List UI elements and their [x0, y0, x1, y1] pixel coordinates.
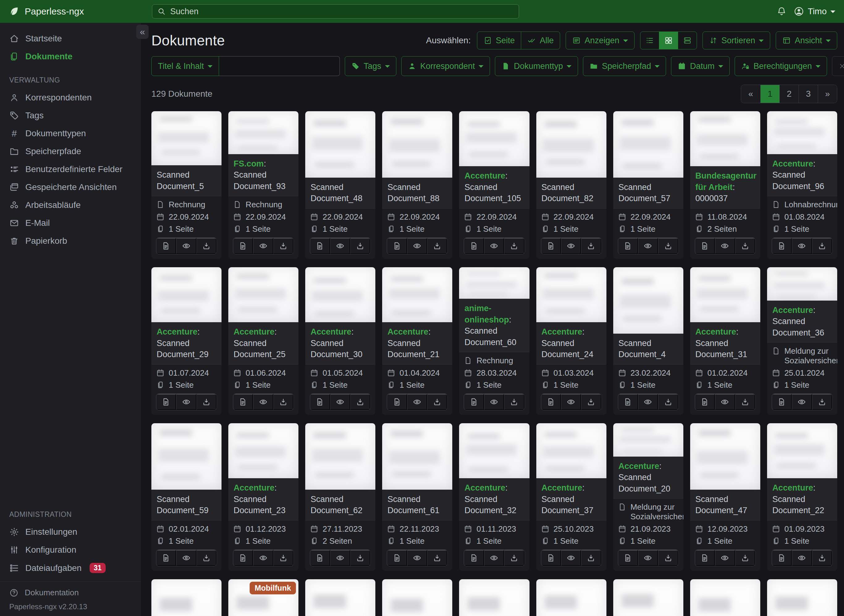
- preview-document-button[interactable]: [638, 238, 658, 254]
- document-card[interactable]: Accenture: Scanned Document_20Meldung zu…: [613, 423, 683, 571]
- preview-document-button[interactable]: [715, 238, 735, 254]
- document-thumbnail[interactable]: [459, 423, 529, 478]
- page-1[interactable]: 1: [760, 85, 780, 103]
- preview-document-button[interactable]: [253, 550, 273, 566]
- edit-document-button[interactable]: [387, 238, 407, 254]
- sidebar-item-dokumenttypen[interactable]: #Dokumenttypen: [0, 125, 141, 142]
- edit-document-button[interactable]: [310, 394, 330, 410]
- document-title[interactable]: Scanned Document_57: [613, 177, 683, 208]
- filter-field-dropdown-button[interactable]: Titel & Inhalt: [151, 56, 219, 76]
- document-thumbnail[interactable]: [305, 423, 375, 490]
- download-document-button[interactable]: [273, 394, 293, 410]
- document-title[interactable]: Accenture: Scanned Document_37: [536, 478, 607, 520]
- reset-filters-button[interactable]: Filter zurücksetzen: [832, 56, 844, 76]
- preview-document-button[interactable]: [561, 238, 581, 254]
- edit-document-button[interactable]: [310, 238, 330, 254]
- document-thumbnail[interactable]: [536, 111, 607, 177]
- edit-document-button[interactable]: [695, 394, 715, 410]
- download-document-button[interactable]: [504, 394, 524, 410]
- document-correspondent[interactable]: Accenture: [387, 327, 428, 336]
- download-document-button[interactable]: [581, 550, 601, 566]
- document-title[interactable]: Scanned Document_47: [690, 490, 760, 521]
- grid-view-button[interactable]: [659, 32, 678, 50]
- document-title[interactable]: Accenture: Scanned Document_25: [228, 322, 299, 364]
- sidebar-item-dateiaufgaben[interactable]: Dateiaufgaben31: [0, 559, 141, 577]
- document-thumbnail[interactable]: Mobilfunk: [228, 579, 299, 616]
- preview-document-button[interactable]: [484, 550, 504, 566]
- document-thumbnail[interactable]: [459, 111, 529, 166]
- search-input[interactable]: [170, 7, 514, 16]
- document-title[interactable]: Scanned Document_62: [305, 490, 375, 521]
- document-correspondent[interactable]: Accenture: [772, 159, 813, 169]
- document-card[interactable]: Accenture: Scanned Document_36Meldung zu…: [767, 267, 837, 415]
- document-title[interactable]: Accenture: Scanned Document_31: [690, 322, 760, 364]
- download-document-button[interactable]: [658, 394, 678, 410]
- document-correspondent[interactable]: Accenture: [618, 462, 659, 471]
- sort-dropdown-button[interactable]: Sortieren: [702, 32, 771, 50]
- document-thumbnail[interactable]: [767, 423, 837, 478]
- document-title[interactable]: Accenture: Scanned Document_23: [228, 478, 299, 520]
- sidebar-item-korrespondenten[interactable]: Korrespondenten: [0, 89, 141, 107]
- document-title[interactable]: Scanned Document_4: [613, 334, 683, 365]
- edit-document-button[interactable]: [310, 550, 330, 566]
- download-document-button[interactable]: [350, 238, 371, 254]
- document-title[interactable]: Bundesagentur für Arbeit: 0000037: [690, 166, 760, 208]
- document-thumbnail[interactable]: [536, 579, 607, 616]
- preview-document-button[interactable]: [792, 238, 812, 254]
- document-thumbnail[interactable]: [228, 423, 299, 478]
- preview-document-button[interactable]: [330, 238, 350, 254]
- document-correspondent[interactable]: Accenture: [157, 327, 198, 336]
- document-card-partial[interactable]: [690, 579, 760, 616]
- document-card-partial[interactable]: [151, 579, 221, 616]
- download-document-button[interactable]: [812, 394, 832, 410]
- download-document-button[interactable]: [427, 394, 447, 410]
- user-menu[interactable]: Timo: [794, 6, 835, 17]
- download-document-button[interactable]: [504, 238, 524, 254]
- document-thumbnail[interactable]: [151, 111, 221, 165]
- document-card[interactable]: Accenture: Scanned Document_2501.06.2024…: [228, 267, 299, 415]
- edit-document-button[interactable]: [618, 238, 638, 254]
- edit-document-button[interactable]: [618, 550, 638, 566]
- document-thumbnail[interactable]: [382, 267, 452, 322]
- document-title[interactable]: Accenture: Scanned Document_105: [459, 166, 529, 208]
- document-thumbnail[interactable]: [767, 267, 837, 301]
- document-title[interactable]: Accenture: Scanned Document_22: [767, 478, 837, 520]
- document-thumbnail[interactable]: [690, 111, 760, 166]
- document-title[interactable]: Accenture: Scanned Document_24: [536, 322, 607, 364]
- document-card[interactable]: Accenture: Scanned Document_96Lohnabrech…: [767, 111, 837, 259]
- download-document-button[interactable]: [196, 238, 217, 254]
- download-document-button[interactable]: [658, 238, 678, 254]
- preview-document-button[interactable]: [792, 550, 812, 566]
- document-card-partial[interactable]: [382, 579, 452, 616]
- document-title[interactable]: Accenture: Scanned Document_32: [459, 478, 529, 520]
- download-document-button[interactable]: [504, 550, 524, 566]
- page-3[interactable]: 3: [799, 85, 818, 103]
- filter-dokumenttyp-dropdown-button[interactable]: Dokumenttyp: [495, 56, 578, 76]
- document-thumbnail[interactable]: [228, 111, 299, 154]
- document-thumbnail[interactable]: [690, 579, 760, 616]
- document-card[interactable]: Scanned Document_423.02.20241 Seite: [613, 267, 683, 415]
- document-title[interactable]: anime-onlineshop: Scanned Document_60: [459, 299, 529, 352]
- document-thumbnail[interactable]: [382, 423, 452, 490]
- document-card[interactable]: Scanned Document_4822.09.20241 Seite: [305, 111, 375, 259]
- document-correspondent[interactable]: Accenture: [542, 327, 582, 336]
- document-card-partial[interactable]: [536, 579, 607, 616]
- document-thumbnail[interactable]: [382, 111, 452, 177]
- filter-berechtigungen-dropdown-button[interactable]: Berechtigungen: [735, 56, 827, 76]
- document-card[interactable]: Scanned Document_5722.09.20241 Seite: [613, 111, 683, 259]
- download-document-button[interactable]: [735, 394, 755, 410]
- select-all-button[interactable]: Alle: [521, 32, 560, 50]
- document-card[interactable]: Accenture: Scanned Document_2201.09.2023…: [767, 423, 837, 571]
- download-document-button[interactable]: [350, 394, 371, 410]
- edit-document-button[interactable]: [541, 394, 561, 410]
- document-card[interactable]: Accenture: Scanned Document_3001.05.2024…: [305, 267, 375, 415]
- document-thumbnail[interactable]: [228, 267, 299, 322]
- sidebar-item-gespeicherte-ansichten[interactable]: Gespeicherte Ansichten: [0, 178, 141, 196]
- document-title[interactable]: Accenture: Scanned Document_29: [151, 322, 221, 364]
- document-card-partial[interactable]: [459, 579, 529, 616]
- document-card[interactable]: Accenture: Scanned Document_2101.04.2024…: [382, 267, 452, 415]
- document-card[interactable]: Scanned Document_5Rechnung22.09.20241 Se…: [151, 111, 221, 259]
- document-thumbnail[interactable]: [382, 579, 452, 616]
- document-thumbnail[interactable]: [536, 267, 607, 322]
- sidebar-item-e-mail[interactable]: E-Mail: [0, 214, 141, 232]
